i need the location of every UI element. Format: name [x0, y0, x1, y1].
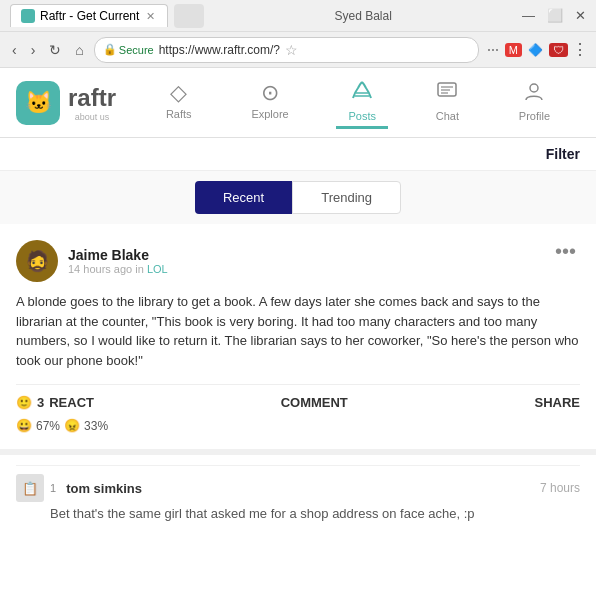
- nav-chat[interactable]: Chat: [424, 76, 471, 129]
- share-action[interactable]: SHARE: [534, 395, 580, 410]
- pct1: 67%: [36, 419, 60, 433]
- reactions-detail: 😀 67% 😠 33%: [16, 418, 580, 433]
- secure-badge: 🔒 Secure: [103, 43, 154, 56]
- post-card: 🧔 Jaime Blake 14 hours ago in LOL ••• A …: [0, 224, 596, 455]
- url-text: https://www.raftr.com/?: [159, 43, 280, 57]
- logo-text-area: raftr about us: [68, 84, 116, 122]
- post-meta: 14 hours ago in LOL: [68, 263, 168, 275]
- tab-title: Raftr - Get Current: [40, 9, 139, 23]
- maximize-button[interactable]: ⬜: [547, 8, 563, 23]
- react-label: REACT: [49, 395, 94, 410]
- logo-area: 🐱 raftr about us: [16, 81, 116, 125]
- close-button[interactable]: ✕: [575, 8, 586, 23]
- minimize-button[interactable]: —: [522, 8, 535, 23]
- comment-header: 📋 1 tom simkins 7 hours: [16, 474, 580, 502]
- emoji1: 😀: [16, 418, 32, 433]
- comment-avatar: 📋: [16, 474, 44, 502]
- comment-text: Bet that's the same girl that asked me f…: [50, 506, 580, 521]
- user-label: Syed Balal: [334, 9, 391, 23]
- browser-titlebar: Raftr - Get Current ✕ Syed Balal — ⬜ ✕: [0, 0, 596, 32]
- ext-icon-3[interactable]: 🔷: [526, 41, 545, 59]
- post-more-button[interactable]: •••: [551, 240, 580, 263]
- comment-user-name: tom simkins: [66, 481, 142, 496]
- comment-action[interactable]: COMMENT: [281, 395, 348, 410]
- explore-icon: ⊙: [261, 80, 279, 106]
- comment-item: 📋 1 tom simkins 7 hours Bet that's the s…: [16, 465, 580, 529]
- home-button[interactable]: ⌂: [71, 40, 87, 60]
- forward-button[interactable]: ›: [27, 40, 40, 60]
- nav-explore[interactable]: ⊙ Explore: [239, 76, 300, 129]
- post-body-text: A blonde goes to the library to get a bo…: [16, 292, 580, 370]
- app-header: 🐱 raftr about us ◇ Rafts ⊙ Explore Posts: [0, 68, 596, 138]
- tab-recent[interactable]: Recent: [195, 181, 292, 214]
- posts-icon: [351, 80, 373, 108]
- rafts-icon: ◇: [170, 80, 187, 106]
- comment-icon: 📋: [22, 481, 38, 496]
- main-nav: ◇ Rafts ⊙ Explore Posts: [136, 76, 580, 129]
- bookmark-icon[interactable]: ☆: [285, 42, 298, 58]
- browser-menu-button[interactable]: ⋮: [572, 40, 588, 59]
- react-icon: 🙂: [16, 395, 32, 410]
- nav-rafts[interactable]: ◇ Rafts: [154, 76, 204, 129]
- back-button[interactable]: ‹: [8, 40, 21, 60]
- address-bar: ‹ › ↻ ⌂ 🔒 Secure https://www.raftr.com/?…: [0, 32, 596, 68]
- window-controls: — ⬜ ✕: [522, 8, 586, 23]
- nav-posts-label: Posts: [348, 110, 376, 122]
- filter-bar: Filter: [0, 138, 596, 171]
- ext-icon-1[interactable]: ⋯: [485, 41, 501, 59]
- nav-explore-label: Explore: [251, 108, 288, 120]
- nav-profile[interactable]: Profile: [507, 76, 562, 129]
- tab-favicon: [21, 9, 35, 23]
- url-input-area[interactable]: 🔒 Secure https://www.raftr.com/? ☆: [94, 37, 479, 63]
- ext-icon-shield[interactable]: 🛡: [549, 43, 568, 57]
- post-user-info: 🧔 Jaime Blake 14 hours ago in LOL: [16, 240, 168, 282]
- comment-label: COMMENT: [281, 395, 348, 410]
- nav-chat-label: Chat: [436, 110, 459, 122]
- post-avatar: 🧔: [16, 240, 58, 282]
- pct2: 33%: [84, 419, 108, 433]
- comments-section: 📋 1 tom simkins 7 hours Bet that's the s…: [0, 455, 596, 539]
- post-tag-link[interactable]: LOL: [147, 263, 168, 275]
- react-count: 3: [37, 395, 44, 410]
- svg-point-6: [530, 84, 538, 92]
- profile-icon: [523, 80, 545, 108]
- titlebar-left: Raftr - Get Current ✕: [10, 4, 204, 28]
- new-tab-area[interactable]: [174, 4, 204, 28]
- logo-subtext: about us: [68, 112, 116, 122]
- react-action[interactable]: 🙂 3 REACT: [16, 395, 94, 410]
- emoji2: 😠: [64, 418, 80, 433]
- app-logo-icon: 🐱: [16, 81, 60, 125]
- browser-tab[interactable]: Raftr - Get Current ✕: [10, 4, 168, 27]
- nav-profile-label: Profile: [519, 110, 550, 122]
- post-user-name: Jaime Blake: [68, 247, 168, 263]
- nav-posts[interactable]: Posts: [336, 76, 388, 129]
- chat-icon: [436, 80, 458, 108]
- extension-icons: ⋯ M 🔷 🛡 ⋮: [485, 40, 588, 59]
- share-label: SHARE: [534, 395, 580, 410]
- ext-icon-2[interactable]: M: [505, 43, 522, 57]
- filter-button[interactable]: Filter: [546, 146, 580, 162]
- nav-rafts-label: Rafts: [166, 108, 192, 120]
- tab-close-button[interactable]: ✕: [144, 10, 157, 23]
- post-user-details: Jaime Blake 14 hours ago in LOL: [68, 247, 168, 275]
- tab-bar: Recent Trending: [0, 171, 596, 224]
- comment-time: 7 hours: [540, 481, 580, 495]
- comment-count: 1: [50, 482, 56, 494]
- comment-user-info: 📋 1 tom simkins: [16, 474, 142, 502]
- logo-text: raftr: [68, 84, 116, 112]
- post-actions: 🙂 3 REACT COMMENT SHARE: [16, 384, 580, 410]
- tab-trending[interactable]: Trending: [292, 181, 401, 214]
- post-header: 🧔 Jaime Blake 14 hours ago in LOL •••: [16, 240, 580, 282]
- refresh-button[interactable]: ↻: [45, 40, 65, 60]
